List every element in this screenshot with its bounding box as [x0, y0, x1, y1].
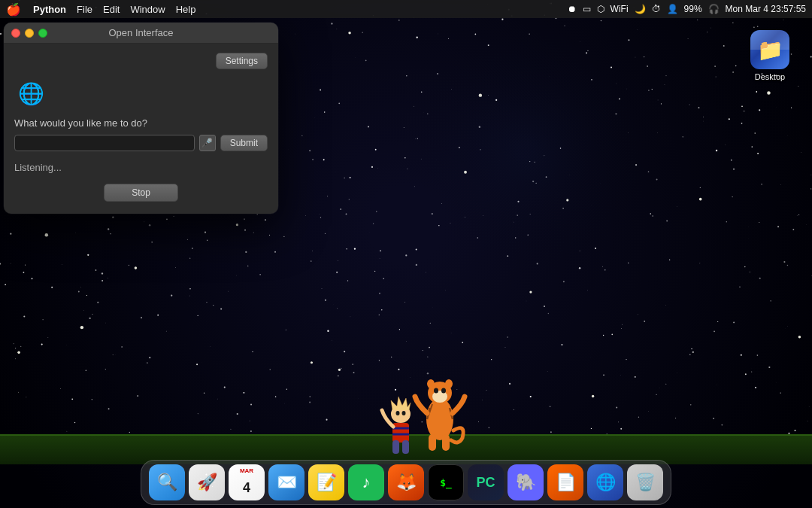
- menubar-time-icon: ⏱: [652, 4, 661, 14]
- character-scene: [361, 359, 481, 464]
- menubar-record-icon: ⏺: [568, 4, 577, 14]
- sublimetext-icon: 📄: [556, 473, 576, 492]
- svg-point-7: [445, 379, 453, 388]
- menubar-screen-icon: ▭: [583, 4, 591, 14]
- launchpad-icon: 🚀: [197, 473, 217, 492]
- dock-item-notes[interactable]: 📝: [308, 464, 344, 500]
- svg-rect-18: [392, 440, 399, 454]
- mail-icon: ✉️: [277, 473, 297, 492]
- menubar-right: ⏺ ▭ ⬡ WiFi 🌙 ⏱ 👤 99% 🎧 Mon Mar 4 23:57:5…: [568, 4, 806, 14]
- menubar-wifi-icon: WiFi: [611, 4, 629, 14]
- notes-icon: 📝: [317, 473, 337, 492]
- menubar-battery-text: 99%: [684, 4, 702, 14]
- dock-item-finder[interactable]: 🔍: [149, 464, 185, 500]
- globe-row: 🌐: [14, 77, 268, 110]
- svg-rect-10: [429, 434, 436, 451]
- dock-item-launchpad[interactable]: 🚀: [189, 464, 225, 500]
- close-button[interactable]: [11, 29, 20, 38]
- dock: 🔍 🚀 MAR 4 ✉️ 📝 ♪ 🦊 $_ PC 🐘 📄: [141, 460, 671, 505]
- menubar-datetime: Mon Mar 4 23:57:55: [726, 4, 806, 14]
- dock-item-spotify[interactable]: ♪: [348, 464, 384, 500]
- globe-icon: 🌐: [14, 77, 47, 110]
- stop-button[interactable]: Stop: [104, 184, 178, 202]
- dock-item-sublimetext[interactable]: 📄: [547, 464, 583, 500]
- desktop-folder-label: Desktop: [755, 72, 785, 81]
- menubar-bluetooth-icon: ⬡: [597, 4, 604, 14]
- svg-point-17: [402, 411, 406, 415]
- menubar-file[interactable]: File: [77, 4, 92, 15]
- menubar-app-name[interactable]: Python: [33, 4, 66, 15]
- svg-rect-11: [442, 434, 450, 451]
- menubar-headphone-icon: 🎧: [708, 4, 720, 14]
- dock-item-trash[interactable]: 🗑️: [627, 464, 663, 500]
- dock-item-globe[interactable]: 🌐: [587, 464, 623, 500]
- svg-point-8: [434, 388, 438, 394]
- mic-button[interactable]: 🎤: [199, 135, 216, 151]
- dock-item-mastodon[interactable]: 🐘: [508, 464, 544, 500]
- menubar-help[interactable]: Help: [176, 4, 196, 15]
- svg-rect-19: [402, 440, 409, 454]
- dock-item-calendar[interactable]: MAR 4: [229, 464, 265, 500]
- desktop-folder-icon[interactable]: 📁 Desktop: [743, 30, 797, 81]
- menubar-window[interactable]: Window: [130, 4, 165, 15]
- settings-button[interactable]: Settings: [216, 53, 268, 69]
- menubar: 🍎 Python File Edit Window Help ⏺ ▭ ⬡ WiF…: [0, 0, 812, 18]
- window-title: Open Interface: [109, 27, 174, 38]
- dock-item-pycharm[interactable]: PC: [468, 464, 504, 500]
- settings-row: Settings: [14, 53, 268, 69]
- command-input[interactable]: [14, 135, 195, 151]
- svg-point-9: [441, 388, 446, 394]
- input-row: 🎤 Submit: [14, 135, 268, 151]
- svg-point-6: [427, 379, 435, 388]
- svg-rect-12: [392, 423, 409, 443]
- submit-button[interactable]: Submit: [220, 135, 268, 151]
- minimize-button[interactable]: [25, 29, 34, 38]
- mastodon-icon: 🐘: [516, 473, 536, 492]
- pycharm-icon: PC: [476, 475, 495, 491]
- firefox-icon: 🦊: [396, 473, 417, 492]
- svg-point-16: [396, 411, 400, 415]
- apple-menu[interactable]: 🍎: [6, 2, 21, 17]
- open-interface-window[interactable]: Open Interface Settings 🌐 What would you…: [4, 23, 278, 214]
- menubar-moon-icon: 🌙: [635, 4, 646, 14]
- question-label: What would you like me to do?: [14, 117, 268, 129]
- window-controls[interactable]: [11, 29, 47, 38]
- spotify-icon: ♪: [362, 473, 371, 492]
- window-titlebar: Open Interface: [4, 23, 278, 44]
- listening-status: Listening...: [14, 162, 268, 173]
- maximize-button[interactable]: [38, 29, 47, 38]
- svg-point-0: [426, 398, 453, 440]
- menubar-edit[interactable]: Edit: [103, 4, 120, 15]
- dock-item-terminal[interactable]: $_: [428, 464, 464, 500]
- terminal-icon: $_: [440, 477, 452, 488]
- window-body: Settings 🌐 What would you like me to do?…: [4, 44, 278, 214]
- dock-item-mail[interactable]: ✉️: [268, 464, 304, 500]
- finder-icon: 🔍: [157, 473, 177, 492]
- folder-icon-image: 📁: [750, 30, 789, 69]
- trash-icon: 🗑️: [635, 473, 656, 492]
- globe-dock-icon: 🌐: [595, 473, 616, 492]
- menubar-left: 🍎 Python File Edit Window Help: [6, 2, 195, 17]
- stop-row: Stop: [14, 184, 268, 202]
- dock-item-firefox[interactable]: 🦊: [388, 464, 424, 500]
- desktop: 🍎 Python File Edit Window Help ⏺ ▭ ⬡ WiF…: [0, 0, 812, 508]
- menubar-user-icon: 👤: [667, 4, 678, 14]
